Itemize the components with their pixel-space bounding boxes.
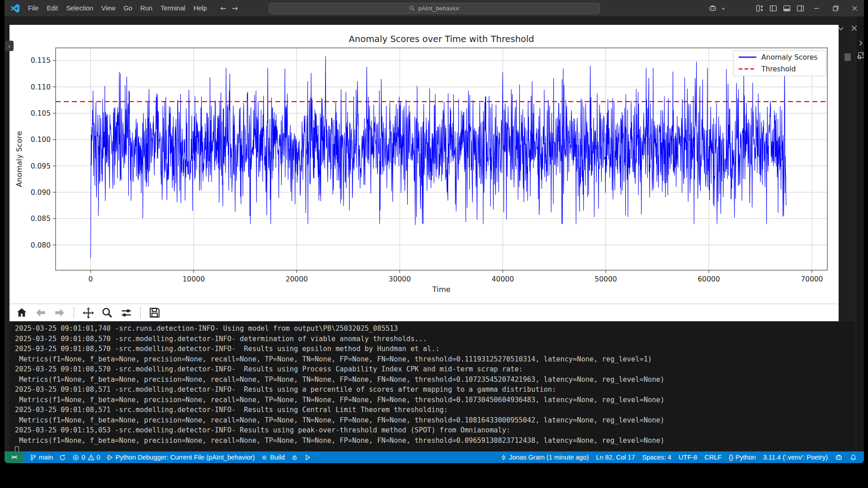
debugger-label: Python Debugger: Current File (pAInt_beh… xyxy=(116,454,255,461)
python-interpreter-item[interactable]: 3.11.4 ('.venv': Poetry) xyxy=(760,451,830,463)
indentation-label: Spaces: 4 xyxy=(642,454,672,461)
customize-layout-button[interactable] xyxy=(753,0,766,17)
search-value: pAInt_behavior xyxy=(418,5,459,12)
search-icon xyxy=(409,5,415,11)
copilot-menu-chevron[interactable] xyxy=(719,0,727,17)
pan-icon xyxy=(82,307,94,319)
log-line: Metrics(f1=None, f_beta=None, precision=… xyxy=(15,375,856,385)
nav-forward-icon[interactable]: → xyxy=(229,4,241,13)
menu-terminal[interactable]: Terminal xyxy=(156,0,189,16)
run-item[interactable] xyxy=(302,451,314,463)
minimize-button[interactable] xyxy=(807,0,826,17)
debugger-item[interactable]: Python Debugger: Current File (pAInt_beh… xyxy=(104,451,258,463)
vscode-window: File Edit Selection View Go Run Terminal… xyxy=(5,0,864,463)
cursor-position-item[interactable]: Ln 82, Col 17 xyxy=(593,451,637,463)
git-branch-item[interactable]: main xyxy=(27,451,56,463)
expand-sidebar-button[interactable]: ‹ xyxy=(5,41,14,51)
git-branch-icon xyxy=(30,454,37,461)
toolbar-separator xyxy=(74,307,74,319)
zoom-button[interactable] xyxy=(100,306,114,319)
save-button[interactable] xyxy=(148,306,161,319)
menu-view[interactable]: View xyxy=(97,0,119,16)
pan-button[interactable] xyxy=(81,306,95,319)
expand-right-panel-button[interactable] xyxy=(857,40,864,47)
close-icon xyxy=(851,25,858,32)
search-input[interactable]: pAInt_behavior xyxy=(269,3,600,14)
anomaly-plot[interactable]: 0100002000030000400005000060000700000.08… xyxy=(9,25,839,304)
svg-text:0.095: 0.095 xyxy=(31,162,51,170)
menu-run[interactable]: Run xyxy=(137,0,157,16)
terminal-cursor xyxy=(15,446,19,451)
commit-author-label: Jonas Gram (1 minute ago) xyxy=(509,454,589,461)
close-window-button[interactable] xyxy=(845,0,864,17)
panel-bottom-icon xyxy=(783,5,791,12)
svg-text:40000: 40000 xyxy=(491,275,514,283)
build-label: Build xyxy=(270,454,284,461)
close-icon xyxy=(852,5,858,11)
debug-restart-icon xyxy=(856,52,864,60)
chevron-right-icon xyxy=(857,40,864,47)
plot-panel-close-button[interactable] xyxy=(851,25,858,32)
cursor-position-label: Ln 82, Col 17 xyxy=(596,454,635,461)
menu-file[interactable]: File xyxy=(24,0,42,16)
svg-text:10000: 10000 xyxy=(183,275,205,283)
terminal-output[interactable]: 2025-03-25 09:01:01,740 -src.runs.detect… xyxy=(9,321,856,451)
svg-text:0.115: 0.115 xyxy=(31,56,51,65)
forward-arrow-icon xyxy=(54,307,66,319)
scrollbar-thumb[interactable] xyxy=(844,53,851,61)
home-button[interactable] xyxy=(15,306,28,319)
editor-tab-strip xyxy=(5,17,864,26)
nav-back-icon[interactable]: ← xyxy=(217,4,229,13)
menu-go[interactable]: Go xyxy=(119,0,136,16)
log-line: 2025-03-25 09:01:01,740 -src.runs.detect… xyxy=(15,324,856,334)
blame-annotation-item[interactable]: Jonas Gram (1 minute ago) xyxy=(498,451,592,463)
build-task-item[interactable]: Build xyxy=(258,451,287,463)
svg-text:50000: 50000 xyxy=(594,275,617,283)
collapsed-sidebar-strip xyxy=(5,17,9,451)
svg-text:0.085: 0.085 xyxy=(31,215,51,223)
debug-view-button[interactable] xyxy=(856,52,864,60)
encoding-label: UTF-8 xyxy=(679,454,697,461)
vscode-logo-icon xyxy=(11,4,19,13)
right-edge-strip xyxy=(856,17,864,451)
bug-item[interactable] xyxy=(288,451,301,463)
log-line: Metrics(f1=None, f_beta=None, precision=… xyxy=(15,436,856,446)
copilot-status-item[interactable] xyxy=(832,451,845,463)
sidebar-left-icon xyxy=(769,5,777,12)
legend-entry-threshold: Threshold xyxy=(761,65,796,73)
x-axis-label: Time xyxy=(432,285,450,294)
log-line: Metrics(f1=None, f_beta=None, precision=… xyxy=(15,354,856,365)
back-button[interactable] xyxy=(34,306,47,319)
log-line: 2025-03-25 09:01:15,053 -src.modelling.d… xyxy=(15,425,856,436)
menu-edit[interactable]: Edit xyxy=(42,0,62,16)
log-line: 2025-03-25 09:01:08,570 -src.modelling.d… xyxy=(15,334,856,344)
eol-item[interactable]: CRLF xyxy=(702,451,724,463)
menu-help[interactable]: Help xyxy=(189,0,211,16)
svg-text:30000: 30000 xyxy=(389,275,411,283)
problems-item[interactable]: 0 0 xyxy=(70,451,103,463)
toggle-panel-button[interactable] xyxy=(780,0,793,17)
forward-button[interactable] xyxy=(53,306,66,319)
toolbar-separator xyxy=(140,307,141,319)
copilot-button[interactable] xyxy=(706,0,719,17)
log-line: Metrics(f1=None, f_beta=None, precision=… xyxy=(15,415,856,426)
language-mode-item[interactable]: {} Python xyxy=(726,451,759,463)
configure-subplots-button[interactable] xyxy=(119,306,133,319)
menu-selection[interactable]: Selection xyxy=(62,0,97,16)
eol-label: CRLF xyxy=(704,454,722,461)
toggle-secondary-sidebar-button[interactable] xyxy=(793,0,807,17)
sync-changes-button[interactable] xyxy=(57,451,69,463)
svg-text:20000: 20000 xyxy=(286,275,308,283)
log-line: 2025-03-25 09:01:08,571 -src.modelling.d… xyxy=(15,385,856,395)
notifications-item[interactable] xyxy=(847,451,859,463)
sliders-icon xyxy=(120,307,132,319)
indentation-item[interactable]: Spaces: 4 xyxy=(640,451,675,463)
encoding-item[interactable]: UTF-8 xyxy=(676,451,700,463)
toggle-sidebar-button[interactable] xyxy=(766,0,780,17)
log-line: 2025-03-25 09:01:08,570 -src.modelling.d… xyxy=(15,364,856,375)
svg-text:60000: 60000 xyxy=(698,275,720,283)
remote-indicator[interactable]: >< xyxy=(5,451,24,463)
svg-text:70000: 70000 xyxy=(801,275,823,283)
error-count: 0 xyxy=(81,454,85,461)
restore-button[interactable] xyxy=(826,0,845,17)
